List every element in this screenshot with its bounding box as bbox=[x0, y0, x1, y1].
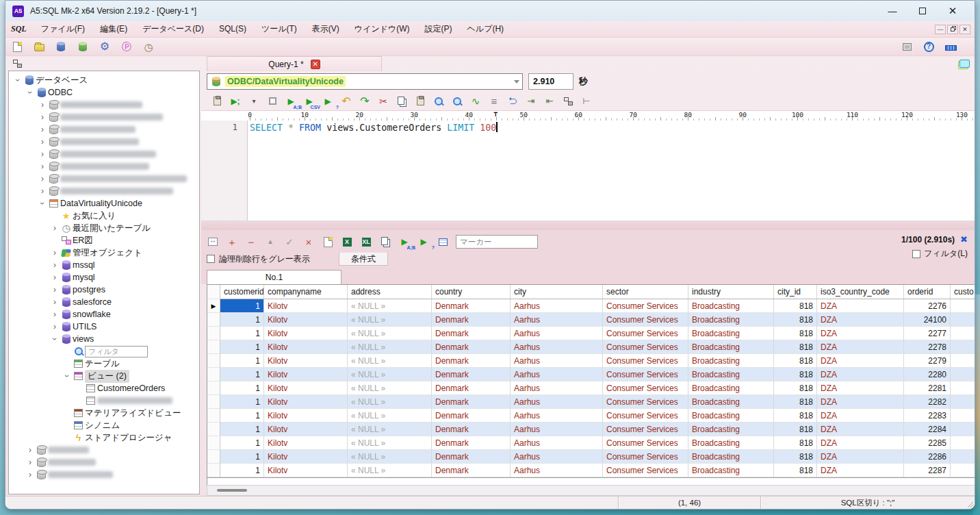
settings-gear-icon[interactable]: ⚙ bbox=[99, 40, 111, 53]
tree-item--[interactable]: マテリアライズドビュー bbox=[10, 407, 199, 419]
tree-item-customereorders[interactable]: CustomereOrders bbox=[10, 382, 199, 394]
cell-sector[interactable]: Consumer Services bbox=[603, 423, 688, 436]
cell-sector[interactable]: Consumer Services bbox=[603, 381, 688, 395]
cell-industry[interactable]: Broadcasting bbox=[688, 409, 774, 423]
cell-city[interactable]: Aarhus bbox=[511, 299, 603, 313]
title-bar[interactable]: A5 A5:SQL Mk-2 x64 Version 2.19.2 - [Que… bbox=[5, 1, 975, 21]
cell-custo[interactable] bbox=[951, 354, 975, 368]
cell-custo[interactable] bbox=[951, 436, 975, 450]
cell-iso3_country_code[interactable]: DZA bbox=[817, 354, 904, 368]
run-ab-icon[interactable]: ▶A;B bbox=[398, 236, 411, 248]
cell-industry[interactable]: Broadcasting bbox=[688, 313, 774, 327]
stop-icon[interactable] bbox=[266, 95, 279, 108]
cell-sector[interactable]: Consumer Services bbox=[603, 327, 688, 340]
mdi-close-button[interactable]: ✕ bbox=[959, 25, 970, 34]
cell-customerid[interactable]: 1 bbox=[220, 423, 264, 436]
cell-country[interactable]: Denmark bbox=[432, 436, 511, 450]
column-header-address[interactable]: address bbox=[348, 285, 432, 299]
cell-city[interactable]: Aarhus bbox=[511, 313, 603, 327]
cell-city[interactable]: Aarhus bbox=[511, 381, 603, 395]
cell-companyname[interactable]: Kilotv bbox=[264, 327, 348, 340]
chevron-open-icon[interactable]: › bbox=[25, 88, 35, 97]
cell-address[interactable]: « NULL » bbox=[348, 423, 432, 436]
cell-city[interactable]: Aarhus bbox=[511, 354, 603, 368]
cell-iso3_country_code[interactable]: DZA bbox=[817, 368, 904, 381]
replace-icon[interactable] bbox=[451, 95, 463, 108]
table-row[interactable]: 1Kilotv« NULL »DenmarkAarhusConsumer Ser… bbox=[207, 464, 975, 477]
cell-city[interactable]: Aarhus bbox=[511, 395, 603, 409]
ruler-icon[interactable] bbox=[944, 40, 957, 53]
tree-item-redacted[interactable]: › bbox=[10, 444, 199, 456]
tab-close-icon[interactable]: ✕ bbox=[311, 60, 320, 69]
excel-all-icon[interactable]: XL bbox=[360, 236, 372, 248]
cell-address[interactable]: « NULL » bbox=[348, 368, 432, 381]
tree-item-datavirtualityunicode[interactable]: ›DataVirtualityUnicode bbox=[10, 197, 199, 210]
cell-city_id[interactable]: 818 bbox=[774, 409, 817, 423]
tree-item-redacted[interactable]: › bbox=[10, 160, 199, 173]
db-register-icon[interactable] bbox=[77, 40, 89, 53]
tree-item-redacted[interactable]: › bbox=[10, 185, 199, 197]
cell-orderid[interactable]: 2280 bbox=[904, 368, 951, 381]
menu-item-0[interactable]: ファイル(F) bbox=[34, 22, 92, 36]
cell-city_id[interactable]: 818 bbox=[774, 299, 817, 313]
cell-city_id[interactable]: 818 bbox=[774, 368, 817, 381]
tree-item-mssql[interactable]: ›mssql bbox=[10, 259, 199, 271]
cell-customerid[interactable]: 1 bbox=[220, 368, 264, 381]
tree-item-snowflake[interactable]: ›snowflake bbox=[10, 308, 199, 321]
menu-item-1[interactable]: 編集(E) bbox=[92, 22, 135, 36]
column-width-icon[interactable] bbox=[207, 236, 219, 248]
grid-horizontal-scrollbar[interactable] bbox=[207, 485, 975, 496]
menu-item-8[interactable]: ヘルプ(H) bbox=[460, 22, 512, 36]
cell-sector[interactable]: Consumer Services bbox=[603, 340, 688, 354]
cell-sector[interactable]: Consumer Services bbox=[603, 409, 688, 423]
help-icon[interactable]: ? bbox=[923, 40, 935, 53]
cell-address[interactable]: « NULL » bbox=[348, 299, 432, 313]
cell-custo[interactable] bbox=[951, 313, 975, 327]
chevron-closed-icon[interactable]: › bbox=[50, 322, 60, 331]
save-icon[interactable] bbox=[211, 95, 223, 108]
copy-result-icon[interactable] bbox=[958, 57, 970, 69]
cell-country[interactable]: Denmark bbox=[432, 464, 511, 477]
column-header-companyname[interactable]: companyname bbox=[264, 285, 348, 299]
cell-industry[interactable]: Broadcasting bbox=[688, 381, 774, 395]
table-row[interactable]: 1Kilotv« NULL »DenmarkAarhusConsumer Ser… bbox=[207, 354, 975, 368]
cell-customerid[interactable]: 1 bbox=[220, 381, 264, 395]
delete-row-icon[interactable]: − bbox=[245, 236, 257, 248]
up-icon[interactable]: ▲ bbox=[264, 236, 276, 248]
tree-item-utils[interactable]: ›UTILS bbox=[10, 321, 199, 333]
cell-country[interactable]: Denmark bbox=[432, 299, 511, 313]
cell-city[interactable]: Aarhus bbox=[511, 327, 603, 340]
cell-address[interactable]: « NULL » bbox=[348, 354, 432, 368]
chevron-open-icon[interactable]: › bbox=[13, 75, 23, 85]
tree-filter-row[interactable] bbox=[10, 345, 199, 357]
cell-companyname[interactable]: Kilotv bbox=[264, 368, 348, 381]
cell-country[interactable]: Denmark bbox=[432, 423, 511, 436]
cell-industry[interactable]: Broadcasting bbox=[688, 395, 774, 409]
cell-companyname[interactable]: Kilotv bbox=[264, 340, 348, 354]
procedure-p-icon[interactable]: Ⓟ bbox=[120, 40, 133, 53]
cell-orderid[interactable]: 2278 bbox=[904, 340, 951, 354]
cell-country[interactable]: Denmark bbox=[432, 381, 511, 395]
cell-industry[interactable]: Broadcasting bbox=[688, 423, 774, 436]
tree-layout-icon[interactable] bbox=[11, 58, 23, 70]
cell-custo[interactable] bbox=[951, 395, 975, 409]
grid-plus-icon[interactable] bbox=[437, 236, 449, 248]
cell-companyname[interactable]: Kilotv bbox=[264, 299, 348, 313]
cell-country[interactable]: Denmark bbox=[432, 327, 511, 340]
chevron-open-icon[interactable]: › bbox=[50, 334, 60, 344]
cell-city_id[interactable]: 818 bbox=[774, 313, 817, 327]
cell-city_id[interactable]: 818 bbox=[774, 436, 817, 450]
tree-item-redacted[interactable]: › bbox=[10, 173, 199, 185]
cancel-icon[interactable]: × bbox=[302, 236, 315, 248]
copy-grid-icon[interactable] bbox=[379, 236, 391, 248]
cell-companyname[interactable]: Kilotv bbox=[264, 436, 348, 450]
run-question-icon[interactable]: ▶? bbox=[417, 236, 430, 248]
tree-filter-input[interactable] bbox=[85, 346, 148, 357]
chevron-closed-icon[interactable]: › bbox=[38, 125, 47, 134]
cell-sector[interactable]: Consumer Services bbox=[603, 436, 688, 450]
cell-iso3_country_code[interactable]: DZA bbox=[817, 395, 904, 409]
cell-customerid[interactable]: 1 bbox=[220, 409, 264, 423]
column-header-city[interactable]: city bbox=[511, 285, 603, 299]
cell-customerid[interactable]: 1 bbox=[220, 340, 264, 354]
cell-iso3_country_code[interactable]: DZA bbox=[817, 313, 904, 327]
